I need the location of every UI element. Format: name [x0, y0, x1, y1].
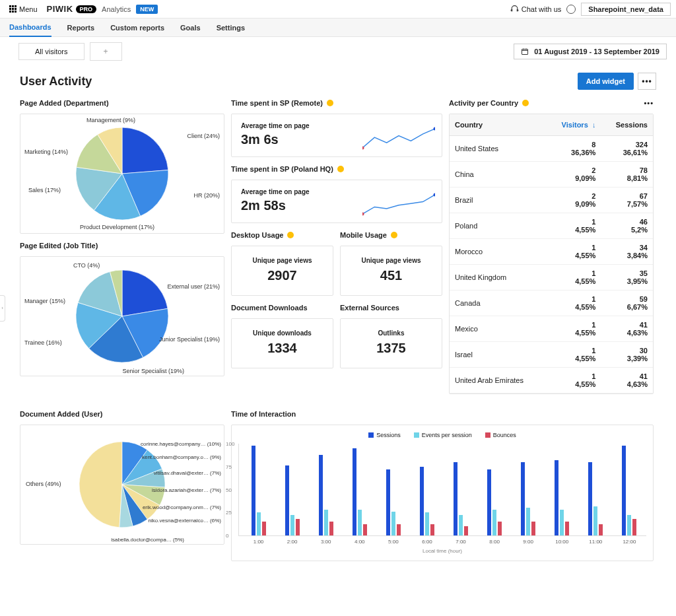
widget-title-downloads: Document Downloads: [231, 304, 333, 312]
col-visitors[interactable]: Visitors ↓: [547, 114, 601, 136]
table-row[interactable]: China29,09%788,81%: [450, 162, 653, 188]
stat-value: 1375: [346, 341, 436, 356]
pie-chart-department: [76, 127, 168, 220]
stat-label: Unique page views: [346, 257, 436, 264]
pie-label: Marketing (14%): [24, 149, 68, 155]
legend-bounces: Bounces: [493, 432, 516, 438]
headset-icon: [510, 5, 519, 13]
table-row[interactable]: United Kingdom14,55%353,95%: [450, 265, 653, 291]
indicator-icon: [287, 232, 294, 238]
pie-label: External user (21%): [167, 283, 220, 290]
pie-label: Manager (15%): [24, 298, 65, 304]
add-widget-button[interactable]: Add widget: [578, 73, 634, 90]
widget-title-doc-added: Document Added (User): [20, 410, 224, 418]
table-row[interactable]: United Arab Emirates14,55%414,63%: [450, 368, 653, 394]
indicator-icon: [337, 166, 344, 172]
table-row[interactable]: United States836,36%32436,61%: [450, 136, 653, 162]
pie-label: HR (20%): [193, 192, 220, 199]
table-row[interactable]: Israel14,55%303,39%: [450, 342, 653, 368]
indicator-icon: [327, 100, 333, 106]
widget-page-edited: External user (21%) Junior Specialist (1…: [20, 256, 224, 376]
grid-icon: [9, 5, 17, 13]
stat-value: 2907: [237, 268, 327, 283]
add-segment-tab[interactable]: +: [90, 42, 122, 61]
pie-label: Trainee (16%): [24, 339, 62, 346]
product-name: Analytics: [102, 5, 131, 13]
stat-value: 1334: [237, 341, 327, 356]
pie-label: vitilsav.dhaval@exter… (7%): [154, 470, 221, 476]
stat-label: Unique page views: [237, 257, 327, 264]
col-sessions[interactable]: Sessions: [601, 114, 653, 136]
dashboard-grid: Page Added (Department) Client (24%) HR …: [0, 96, 676, 407]
nav-custom-reports[interactable]: Custom reports: [110, 19, 164, 36]
country-table: Country Visitors ↓ Sessions United State…: [450, 114, 653, 394]
widget-title-interaction: Time of Interaction: [231, 410, 654, 418]
pie-label: Sales (17%): [28, 187, 61, 193]
bottom-row: Document Added (User) corinne.hayes@comp…: [0, 407, 676, 581]
sparkline-poland: [362, 193, 435, 216]
widget-page-added: Client (24%) HR (20%) Product Developmen…: [20, 114, 224, 234]
widget-title-mobile: Mobile Usage: [340, 231, 442, 239]
main-nav: Dashboards Reports Custom reports Goals …: [0, 18, 676, 37]
widget-title-page-added: Page Added (Department): [20, 99, 224, 107]
pie-label: erik.wood@company.onm… (7%): [143, 504, 221, 510]
sidebar-expand-handle[interactable]: ›: [0, 295, 5, 322]
widget-title-external: External Sources: [340, 304, 442, 312]
widget-title-time-remote: Time spent in SP (Remote): [231, 99, 442, 107]
dashboard-options-button[interactable]: •••: [638, 73, 656, 90]
col-country[interactable]: Country: [450, 114, 547, 136]
widget-interaction: Sessions Events per session Bounces 0255…: [231, 425, 654, 561]
xaxis-label: Local time (hour): [238, 548, 646, 554]
chat-button[interactable]: Chat with us: [510, 5, 562, 13]
pie-label: isabella.doctor@compa… (5%): [111, 537, 184, 543]
widget-title-page-edited: Page Edited (Job Title): [20, 242, 224, 250]
pie-label: Senior Specialist (19%): [122, 368, 184, 374]
pie-label: Client (24%): [187, 133, 220, 139]
widget-mobile: Unique page views 451: [340, 246, 442, 296]
pro-badge: PRO: [76, 5, 97, 13]
pie-chart-job-title: [76, 270, 168, 362]
svg-point-2: [434, 127, 436, 131]
widget-time-poland: Average time on page 2m 58s: [231, 180, 442, 223]
nav-goals[interactable]: Goals: [180, 19, 201, 36]
table-row[interactable]: Poland14,55%465,2%: [450, 213, 653, 239]
project-select[interactable]: Sharepoint_new_data: [581, 3, 671, 16]
nav-dashboards[interactable]: Dashboards: [9, 18, 51, 37]
indicator-icon: [391, 232, 397, 238]
legend-sessions: Sessions: [376, 432, 401, 438]
widget-country: Country Visitors ↓ Sessions United State…: [449, 114, 654, 394]
top-bar: Menu PIWIK PRO Analytics NEW Chat with u…: [0, 0, 676, 18]
segment-tab[interactable]: All visitors: [18, 43, 84, 60]
brand-name: PIWIK: [47, 4, 73, 14]
date-range-picker[interactable]: 01 August 2019 - 13 September 2019: [514, 44, 667, 59]
date-range-text: 01 August 2019 - 13 September 2019: [534, 48, 659, 55]
pie-label: CTO (4%): [73, 262, 100, 269]
table-row[interactable]: Mexico14,55%414,63%: [450, 316, 653, 342]
widget-title-country: Activity per Country •••: [449, 99, 654, 107]
brand: PIWIK PRO Analytics NEW: [47, 4, 158, 14]
menu-button[interactable]: Menu: [5, 4, 42, 15]
pie-label: Product Development (17%): [80, 224, 154, 230]
widget-title-desktop: Desktop Usage: [231, 231, 333, 239]
table-row[interactable]: Morocco14,55%343,84%: [450, 239, 653, 265]
title-row: User Activity Add widget •••: [0, 63, 676, 96]
table-row[interactable]: Canada14,55%596,67%: [450, 291, 653, 316]
nav-settings[interactable]: Settings: [217, 19, 245, 36]
pie-label: corinne.hayes@company… (10%): [141, 441, 221, 447]
widget-title-time-poland: Time spent in SP (Poland HQ): [231, 165, 442, 173]
table-row[interactable]: Brazil29,09%677,57%: [450, 188, 653, 213]
calendar-icon: [521, 48, 529, 55]
sub-bar: All visitors + 01 August 2019 - 13 Septe…: [0, 37, 676, 63]
pie-label: isidora.azariah@exter… (7%): [152, 487, 221, 493]
language-icon[interactable]: [566, 5, 576, 14]
stat-value: 451: [346, 268, 436, 283]
pie-label: niko.vesna@externalco… (6%): [149, 518, 221, 524]
page-title: User Activity: [20, 75, 92, 88]
widget-options-button[interactable]: •••: [644, 99, 654, 107]
chat-label: Chat with us: [522, 5, 562, 13]
sparkline-remote: [362, 127, 435, 150]
nav-reports[interactable]: Reports: [67, 19, 95, 36]
pie-label: kent.bonham@company.o… (9%): [142, 454, 221, 460]
indicator-icon: [522, 100, 529, 106]
stat-label: Unique downloads: [237, 329, 327, 337]
